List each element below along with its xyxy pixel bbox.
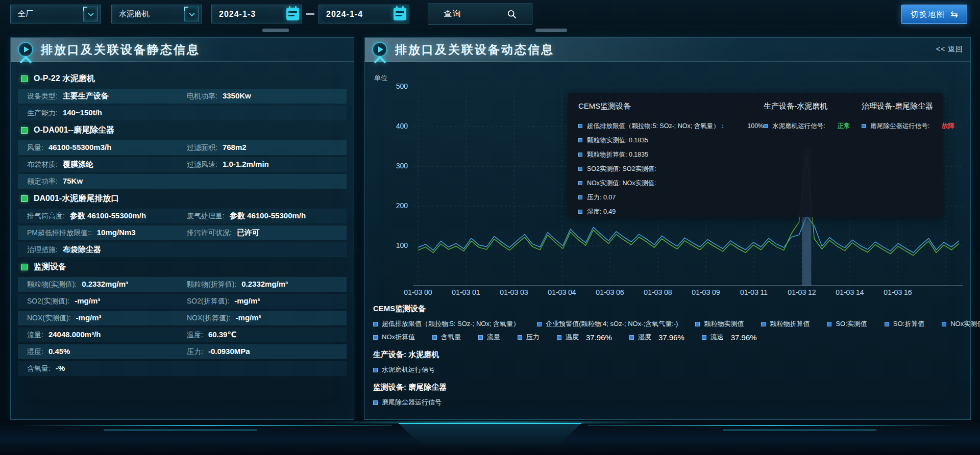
legend-item[interactable]: 颗粒物折算值 [761, 319, 810, 328]
info-cell: 流量:24048.000m³/h [27, 330, 187, 340]
y-axis-tick: 500 [383, 82, 408, 90]
info-label: 额定功率: [27, 177, 58, 186]
info-row: 设备类型:主要生产设备电机功率:3350Kw [18, 89, 347, 104]
info-cell: 风量:46100-55300m3/h [27, 143, 187, 153]
y-axis-tick: 100 [383, 241, 408, 249]
legend-item-label: SO:折算值 [893, 319, 924, 328]
legend-item[interactable]: NOx实测值 [942, 319, 980, 328]
dynamic-info-title: 排放口及关联设备动态信息 [395, 42, 554, 58]
x-axis-label: 01-03 06 [590, 288, 630, 296]
x-axis-label: 01-03 11 [733, 288, 774, 296]
chevron-down-icon[interactable] [184, 7, 199, 21]
legend-item[interactable]: 压力 [518, 333, 540, 342]
legend-item-label: 磨尾除尘器运行信号 [382, 398, 442, 407]
section-heading-label: DA001-水泥磨尾排放口 [34, 193, 119, 204]
chevron-down-icon[interactable] [83, 7, 98, 21]
blue-square-icon [578, 181, 582, 185]
blue-square-icon [764, 124, 768, 128]
deco-wing [715, 429, 877, 438]
legend-item[interactable]: 流速37.96% [702, 333, 757, 342]
legend-item[interactable]: SO:实测值 [827, 319, 867, 328]
x-axis-label: 01-03 01 [446, 288, 486, 296]
query-button[interactable]: 查询 [428, 4, 532, 24]
calendar-icon[interactable] [394, 8, 406, 20]
tooltip-item: 水泥磨机运行信号:正常 [764, 119, 862, 133]
device-select-value: 水泥磨机 [119, 9, 184, 19]
blue-square-icon [518, 335, 522, 340]
legend-row: 磨尾除尘器运行信号 [373, 398, 965, 407]
legend-item-label: 水泥磨机运行信号 [382, 365, 435, 374]
legend-item[interactable]: NOx折算值 [373, 333, 415, 342]
legend-row: 水泥磨机运行信号 [373, 365, 965, 374]
green-square-icon [21, 264, 28, 270]
legend-item[interactable]: 磨尾除尘器运行信号 [373, 398, 442, 407]
tooltip-item-text: 压力: 0.07 [587, 193, 616, 202]
legend-item[interactable]: 流量 [478, 333, 500, 342]
tooltip-item-text: 颗粒物折算值: 0.1835 [587, 150, 648, 159]
blue-square-icon [578, 195, 582, 199]
legend-item[interactable]: 含氧量 [432, 333, 461, 342]
scrollbar-thumb[interactable] [262, 29, 289, 32]
info-value: 0.2332mg/m³ [82, 280, 128, 288]
info-label: 生产能力: [27, 109, 58, 118]
info-label: 流量: [27, 331, 43, 340]
section-heading-label: O-DA001--磨尾除尘器 [34, 125, 114, 136]
tooltip-item: 颗粒物折算值: 0.1835 [578, 147, 764, 162]
legend-item-label: 温度 [566, 333, 579, 342]
info-row: 湿度:0.45%压力:-0.0930MPa [18, 344, 347, 359]
section-heading-label: O-P-22 水泥磨机 [34, 73, 95, 84]
chart-legend: CEMS监测设备超低排放限值（颗拉物:5: SOz-; NOx; 含氧量）企业预… [373, 301, 965, 411]
info-cell: 排污许可状况:已许可 [187, 228, 347, 238]
section-heading: O-P-22 水泥磨机 [18, 71, 347, 86]
info-value: -mg/m³ [76, 313, 102, 322]
info-label: 排气筒高度: [27, 212, 65, 221]
device-select[interactable]: 水泥磨机 [111, 5, 202, 23]
legend-item[interactable]: 湿度37.96% [629, 333, 684, 342]
tooltip-item-text: SO2实测值: SO2实测值: [587, 165, 656, 173]
info-label: 废气处理量: [187, 212, 225, 221]
blue-square-icon [578, 153, 582, 157]
info-cell: 含氧量:-% [27, 364, 347, 373]
legend-item[interactable]: 颗粒物实测值 [695, 319, 744, 328]
blue-square-icon [373, 335, 378, 340]
info-value: 覆膜涤纶 [63, 160, 93, 169]
x-axis-label: 01-03 04 [542, 288, 582, 296]
legend-item[interactable]: SO:折算值 [885, 319, 924, 328]
tooltip-item: 颗粒物实测值: 0.1835 [578, 133, 764, 147]
emissions-chart[interactable]: 单位 100200300400500 01-03 0001-03 0101-03… [365, 62, 970, 301]
blue-square-icon [862, 124, 866, 128]
blue-square-icon [373, 368, 378, 372]
back-link[interactable]: << 返回 [936, 45, 963, 54]
legend-item[interactable]: 温度37.96% [557, 333, 612, 342]
scrollbar-thumb[interactable] [535, 29, 567, 32]
end-date-input[interactable]: 2024-1-4 [318, 5, 409, 23]
blue-square-icon [432, 335, 437, 340]
green-square-icon [21, 195, 28, 202]
switch-map-button[interactable]: 切换地图 ⇆ [901, 5, 967, 24]
status-text: 故障 [942, 122, 954, 131]
legend-item-label: 湿度 [638, 333, 651, 342]
end-date-value: 2024-1-4 [326, 10, 394, 19]
x-axis-label: 01-03 00 [398, 288, 438, 296]
legend-item-label: 颗粒物折算值 [770, 319, 810, 328]
tooltip-item: 磨尾除尘器运行信号:故障 [862, 119, 954, 133]
plant-select[interactable]: 全厂 [10, 5, 101, 23]
info-label: 布袋材质: [27, 160, 58, 169]
blue-square-icon [557, 335, 561, 340]
x-axis-label: 01-03 08 [638, 288, 678, 296]
dynamic-info-header: 排放口及关联设备动态信息 << 返回 [365, 38, 970, 62]
blue-square-icon [537, 322, 542, 326]
legend-item[interactable]: 水泥磨机运行信号 [373, 365, 435, 374]
info-label: SO2(实测值): [27, 297, 69, 306]
calendar-icon[interactable] [286, 8, 299, 20]
info-cell: 过滤面积:768m2 [187, 143, 347, 153]
start-date-input[interactable]: 2024-1-3 [211, 5, 302, 23]
legend-item-label: 流速 [710, 333, 724, 342]
info-value: 已许可 [237, 228, 260, 238]
legend-item[interactable]: 企业预警值(颗粒物:4; sOz-; NOx-;含氧气量:-) [537, 319, 678, 328]
blue-square-icon [373, 322, 378, 326]
tooltip-column: CEMS监测设备超低排放限值（颗拉物:5: SOz-; NOx; 含氧量）：10… [578, 102, 764, 217]
info-label: 颗粒物(实测值): [27, 280, 77, 289]
legend-item[interactable]: 超低排放限值（颗拉物:5: SOz-; NOx; 含氧量） [373, 319, 520, 328]
blue-square-icon [578, 210, 582, 214]
